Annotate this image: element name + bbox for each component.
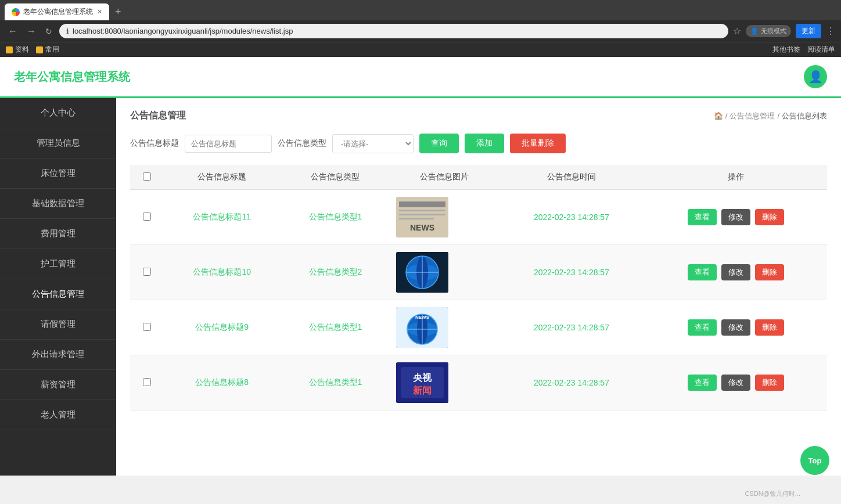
sidebar-item-leave-management[interactable]: 请假管理 (0, 309, 116, 340)
row-title-link-4[interactable]: 公告信息标题8 (195, 377, 249, 387)
bookmark-icon-2 (36, 46, 43, 53)
batch-delete-button[interactable]: 批量删除 (510, 134, 566, 153)
address-bar[interactable]: ℹ localhost:8080/laoniangongyuxinxiguanl… (59, 24, 728, 38)
row-actions-cell-4: 查看 修改 删除 (645, 355, 827, 411)
breadcrumb-separator-2: / (777, 111, 779, 120)
bookmark-other[interactable]: 其他书签 (772, 45, 800, 55)
search-title-input[interactable] (185, 135, 272, 153)
page-header: 公告信息管理 🏠 / 公告信息管理 / 公告信息列表 (130, 110, 827, 122)
star-icon[interactable]: ☆ (733, 26, 741, 37)
breadcrumb: 🏠 / 公告信息管理 / 公告信息列表 (714, 111, 827, 121)
top-button[interactable]: Top (800, 446, 829, 475)
sidebar-label-leave: 请假管理 (41, 319, 76, 329)
delete-button-1[interactable]: 删除 (755, 209, 784, 225)
delete-button-4[interactable]: 删除 (755, 375, 784, 391)
row-time-cell-3: 2022-02-23 14:28:57 (498, 300, 645, 355)
row-title-cell-1: 公告信息标题11 (163, 190, 281, 245)
edit-button-3[interactable]: 修改 (721, 319, 750, 336)
svg-rect-3 (399, 214, 445, 215)
sidebar-item-outing-management[interactable]: 外出请求管理 (0, 340, 116, 370)
sidebar-item-bed-management[interactable]: 床位管理 (0, 159, 116, 189)
sidebar-item-fee-management[interactable]: 费用管理 (0, 219, 116, 249)
breadcrumb-announcement: 公告信息管理 (729, 111, 775, 121)
query-button[interactable]: 查询 (419, 134, 459, 153)
sidebar-item-announcement[interactable]: 公告信息管理 (0, 279, 116, 309)
row-image-cell-4: 央视 新闻 (390, 355, 498, 411)
update-button[interactable]: 更新 (796, 24, 821, 38)
app-title: 老年公寓信息管理系统 (14, 69, 130, 85)
incognito-label: 无痕模式 (761, 27, 786, 35)
view-button-2[interactable]: 查看 (688, 264, 717, 280)
view-button-1[interactable]: 查看 (688, 209, 717, 225)
edit-button-2[interactable]: 修改 (721, 264, 750, 280)
breadcrumb-current: 公告信息列表 (782, 111, 827, 121)
sidebar-item-salary-management[interactable]: 薪资管理 (0, 370, 116, 400)
user-avatar[interactable]: 👤 (804, 65, 827, 88)
sidebar-item-admin-info[interactable]: 管理员信息 (0, 128, 116, 159)
new-tab-button[interactable]: + (112, 5, 125, 19)
menu-icon[interactable]: ⋮ (826, 26, 835, 37)
bookmark-reading-label: 阅读清单 (807, 45, 835, 55)
row-checkbox-1[interactable] (143, 213, 151, 221)
select-all-checkbox[interactable] (143, 172, 151, 181)
active-tab[interactable]: 老年公寓信息管理系统 ✕ (5, 3, 109, 20)
sidebar-label-elder: 老人管理 (41, 409, 76, 419)
tab-bar: 老年公寓信息管理系统 ✕ + (0, 0, 841, 20)
refresh-button[interactable]: ↻ (43, 26, 55, 37)
row-checkbox-2[interactable] (143, 268, 151, 276)
sidebar-item-nurse-management[interactable]: 护工管理 (0, 249, 116, 279)
sidebar-item-personal-center[interactable]: 个人中心 (0, 98, 116, 128)
forward-button[interactable]: → (24, 25, 38, 38)
table-row: 公告信息标题10 公告信息类型2 (130, 245, 827, 300)
row-title-link-2[interactable]: 公告信息标题10 (193, 267, 251, 276)
th-type: 公告信息类型 (281, 165, 390, 190)
sidebar: 个人中心 管理员信息 床位管理 基础数据管理 费用管理 护工管理 公告信息管理 … (0, 98, 116, 476)
sidebar-item-basic-data[interactable]: 基础数据管理 (0, 189, 116, 219)
row-actions-cell-1: 查看 修改 删除 (645, 190, 827, 245)
bookmark-item-resources[interactable]: 资料 (6, 45, 29, 55)
view-button-3[interactable]: 查看 (688, 319, 717, 336)
bookmark-reading[interactable]: 阅读清单 (807, 45, 835, 55)
th-time: 公告信息时间 (498, 165, 645, 190)
row-type-2: 公告信息类型2 (309, 267, 362, 276)
sidebar-label-outing: 外出请求管理 (32, 349, 84, 359)
close-tab-button[interactable]: ✕ (97, 8, 102, 16)
bookmarks-right: 其他书签 阅读清单 (772, 45, 835, 55)
sidebar-item-elder-management[interactable]: 老人管理 (0, 400, 116, 430)
svg-text:新闻: 新闻 (413, 385, 432, 395)
edit-button-1[interactable]: 修改 (721, 209, 750, 225)
view-button-4[interactable]: 查看 (688, 375, 717, 391)
row-type-3: 公告信息类型1 (309, 322, 362, 332)
row-title-link-3[interactable]: 公告信息标题9 (195, 322, 249, 332)
page-title: 公告信息管理 (130, 110, 186, 122)
bookmark-item-common[interactable]: 常用 (36, 45, 59, 55)
bookmark-label-2: 常用 (45, 45, 59, 55)
bookmarks-bar: 资料 常用 其他书签 阅读清单 (0, 42, 841, 57)
sidebar-label-bed: 床位管理 (41, 168, 76, 178)
delete-button-3[interactable]: 删除 (755, 319, 784, 336)
browser-actions: ☆ 👤 无痕模式 更新 ⋮ (733, 24, 835, 38)
back-button[interactable]: ← (6, 25, 20, 38)
add-button[interactable]: 添加 (465, 134, 504, 153)
row-time-2: 2022-02-23 14:28:57 (534, 268, 609, 277)
incognito-icon: 👤 (750, 27, 759, 35)
sidebar-label-salary: 薪资管理 (41, 379, 76, 389)
row-image-cell-2 (390, 245, 498, 300)
row-image-cell-3: NEWS (390, 300, 498, 355)
row-checkbox-4[interactable] (143, 378, 151, 386)
row-image-cell-1: NEWS (390, 190, 498, 245)
search-type-select[interactable]: -请选择- 公告信息类型1 公告信息类型2 (332, 134, 414, 153)
row-type-4: 公告信息类型1 (309, 377, 362, 387)
sidebar-label-nurse: 护工管理 (41, 258, 76, 268)
row-checkbox-3[interactable] (143, 323, 151, 331)
row-title-link-1[interactable]: 公告信息标题11 (193, 212, 251, 221)
svg-text:NEWS: NEWS (415, 315, 430, 320)
lock-icon: ℹ (66, 27, 69, 35)
delete-button-2[interactable]: 删除 (755, 264, 784, 280)
row-type-cell-4: 公告信息类型1 (281, 355, 390, 411)
row-actions-cell-3: 查看 修改 删除 (645, 300, 827, 355)
sidebar-label-basic: 基础数据管理 (32, 198, 84, 208)
incognito-badge: 👤 无痕模式 (746, 25, 791, 37)
row-checkbox-cell-2 (130, 245, 163, 300)
edit-button-4[interactable]: 修改 (721, 375, 750, 391)
